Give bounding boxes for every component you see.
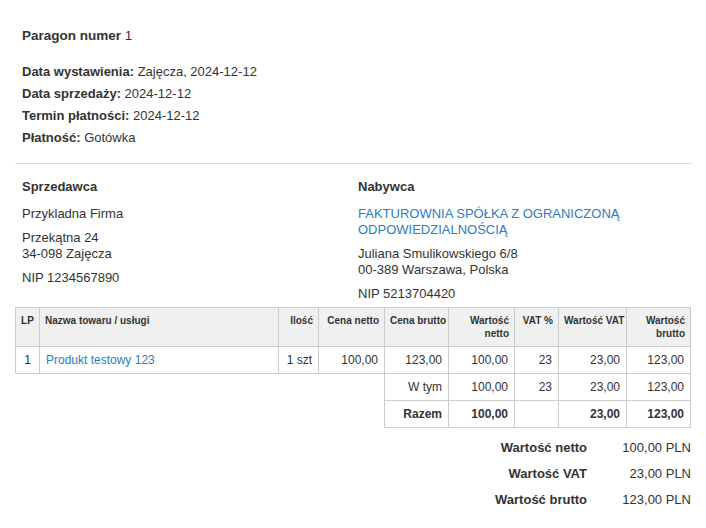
payment-method-label: Płatność:: [22, 130, 81, 145]
parties-section: Sprzedawca Przykladna Firma Przekątna 24…: [15, 179, 691, 301]
seller-tax-id: NIP 1234567890: [22, 270, 358, 285]
summary-section: Wartość netto 100,00 PLN Wartość VAT 23,…: [15, 440, 691, 507]
summary-gross-label: Wartość brutto: [495, 492, 587, 507]
buyer-address: Juliana Smulikowskiego 6/800-389 Warszaw…: [358, 246, 691, 278]
issue-date-line: Data wystawienia: Zajęcza, 2024-12-12: [22, 64, 691, 79]
buyer-address-line2: 00-389 Warszawa, Polska: [358, 262, 509, 277]
vat-breakdown-label: W tym: [385, 374, 449, 401]
payment-due-label: Termin płatności:: [22, 108, 129, 123]
vat-breakdown-vat-rate: 23: [515, 374, 559, 401]
table-total-row: Razem 100,00 23,00 123,00: [16, 401, 691, 428]
buyer-heading: Nabywca: [358, 179, 691, 194]
buyer-block: Nabywca FAKTUROWNIA SPÓŁKA Z OGRANICZONĄ…: [358, 179, 691, 301]
item-value-gross: 123,00: [627, 347, 691, 374]
table-total-spacer: [16, 401, 385, 428]
vat-breakdown-value-vat: 23,00: [559, 374, 627, 401]
page-title: Paragon numer 1: [22, 28, 691, 43]
section-divider: [15, 163, 691, 164]
header-value-net: Wartość netto: [449, 308, 515, 347]
summary-row-net: Wartość netto 100,00 PLN: [15, 440, 691, 455]
header-price-net: Cena netto: [319, 308, 385, 347]
header-value-vat: Wartość VAT: [559, 308, 627, 347]
table-total-vat-rate: [515, 401, 559, 428]
summary-net-value: 100,00 PLN: [587, 440, 691, 455]
seller-address: Przekątna 2434-098 Zajęcza: [22, 230, 358, 262]
table-total-value-vat: 23,00: [559, 401, 627, 428]
item-vat-rate: 23: [515, 347, 559, 374]
item-price-net: 100,00: [319, 347, 385, 374]
item-lp: 1: [16, 347, 40, 374]
table-total-label: Razem: [385, 401, 449, 428]
item-price-gross: 123,00: [385, 347, 449, 374]
item-row: 1 Produkt testowy 123 1 szt 100,00 123,0…: [16, 347, 691, 374]
payment-method-value: Gotówka: [84, 130, 135, 145]
payment-due-value: 2024-12-12: [133, 108, 200, 123]
seller-name: Przykladna Firma: [22, 206, 358, 221]
table-total-value-net: 100,00: [449, 401, 515, 428]
payment-due-line: Termin płatności: 2024-12-12: [22, 108, 691, 123]
seller-block: Sprzedawca Przykladna Firma Przekątna 24…: [15, 179, 358, 301]
vat-breakdown-value-gross: 123,00: [627, 374, 691, 401]
items-header-row: LP Nazwa towaru / usługi Ilość Cena nett…: [16, 308, 691, 347]
sale-date-label: Data sprzedaży:: [22, 86, 121, 101]
receipt-document: Paragon numer 1 Data wystawienia: Zajęcz…: [0, 0, 706, 528]
issue-date-value: Zajęcza, 2024-12-12: [138, 64, 257, 79]
vat-breakdown-row: W tym 100,00 23 23,00 123,00: [16, 374, 691, 401]
header-lp: LP: [16, 308, 40, 347]
sale-date-line: Data sprzedaży: 2024-12-12: [22, 86, 691, 101]
vat-breakdown-spacer: [16, 374, 385, 401]
header-vat-rate: VAT %: [515, 308, 559, 347]
summary-net-label: Wartość netto: [501, 440, 587, 455]
item-value-net: 100,00: [449, 347, 515, 374]
title-label: Paragon numer: [22, 28, 121, 43]
buyer-name-link[interactable]: FAKTUROWNIA SPÓŁKA Z OGRANICZONĄ ODPOWIE…: [358, 206, 691, 238]
summary-vat-label: Wartość VAT: [509, 466, 588, 481]
document-meta: Data wystawienia: Zajęcza, 2024-12-12 Da…: [22, 64, 691, 145]
header-price-gross: Cena brutto: [385, 308, 449, 347]
summary-row-gross: Wartość brutto 123,00 PLN: [15, 492, 691, 507]
buyer-tax-id: NIP 5213704420: [358, 286, 691, 301]
header-name: Nazwa towaru / usługi: [40, 308, 279, 347]
buyer-address-line1: Juliana Smulikowskiego 6/8: [358, 246, 518, 261]
item-name-cell: Produkt testowy 123: [40, 347, 279, 374]
sale-date-value: 2024-12-12: [125, 86, 192, 101]
seller-address-line1: Przekątna 24: [22, 230, 99, 245]
seller-address-line2: 34-098 Zajęcza: [22, 246, 112, 261]
summary-gross-value: 123,00 PLN: [587, 492, 691, 507]
seller-heading: Sprzedawca: [22, 179, 358, 194]
item-qty: 1 szt: [279, 347, 319, 374]
header-qty: Ilość: [279, 308, 319, 347]
item-value-vat: 23,00: [559, 347, 627, 374]
title-number: 1: [125, 28, 133, 43]
issue-date-label: Data wystawienia:: [22, 64, 134, 79]
summary-vat-value: 23,00 PLN: [587, 466, 691, 481]
summary-row-vat: Wartość VAT 23,00 PLN: [15, 466, 691, 481]
header-value-gross: Wartość brutto: [627, 308, 691, 347]
vat-breakdown-value-net: 100,00: [449, 374, 515, 401]
item-name-link[interactable]: Produkt testowy 123: [46, 353, 155, 367]
payment-method-line: Płatność: Gotówka: [22, 130, 691, 145]
table-total-value-gross: 123,00: [627, 401, 691, 428]
items-table: LP Nazwa towaru / usługi Ilość Cena nett…: [15, 307, 691, 428]
